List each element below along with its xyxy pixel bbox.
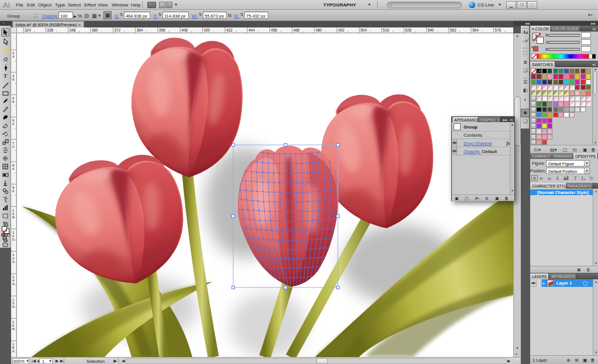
svg-text:456: 456 <box>271 28 277 32</box>
svg-text:408: 408 <box>181 28 188 32</box>
svg-text:528: 528 <box>405 28 412 32</box>
svg-text:480: 480 <box>316 28 322 32</box>
svg-text:420: 420 <box>203 28 210 32</box>
svg-text:4: 4 <box>12 167 15 171</box>
svg-text:516: 516 <box>383 28 389 32</box>
svg-text:432: 432 <box>226 28 233 32</box>
svg-text:360: 360 <box>92 28 98 32</box>
svg-text:8: 8 <box>12 327 15 331</box>
svg-text:540: 540 <box>427 28 434 32</box>
svg-text:0: 0 <box>12 238 15 241</box>
svg-text:372: 372 <box>114 28 120 32</box>
svg-text:8: 8 <box>12 100 15 103</box>
svg-text:396: 396 <box>159 28 165 32</box>
svg-text:324: 324 <box>25 28 31 32</box>
svg-text:6: 6 <box>12 189 15 193</box>
svg-text:348: 348 <box>70 28 76 32</box>
svg-text:4: 4 <box>12 55 15 58</box>
svg-text:2: 2 <box>12 145 15 148</box>
svg-text:0: 0 <box>12 122 15 126</box>
svg-text:384: 384 <box>137 28 143 32</box>
svg-text:552: 552 <box>450 28 457 32</box>
svg-text:2: 2 <box>12 260 15 264</box>
svg-text:4: 4 <box>12 282 15 286</box>
svg-text:8: 8 <box>12 216 15 219</box>
svg-text:6: 6 <box>12 305 15 308</box>
svg-text:576: 576 <box>495 28 501 32</box>
svg-text:444: 444 <box>248 28 255 32</box>
svg-text:0: 0 <box>12 349 15 353</box>
svg-text:6: 6 <box>12 78 15 81</box>
svg-text:492: 492 <box>338 28 344 32</box>
svg-text:504: 504 <box>361 28 367 32</box>
svg-text:336: 336 <box>47 28 53 32</box>
svg-text:468: 468 <box>293 28 300 32</box>
svg-text:564: 564 <box>472 28 479 32</box>
